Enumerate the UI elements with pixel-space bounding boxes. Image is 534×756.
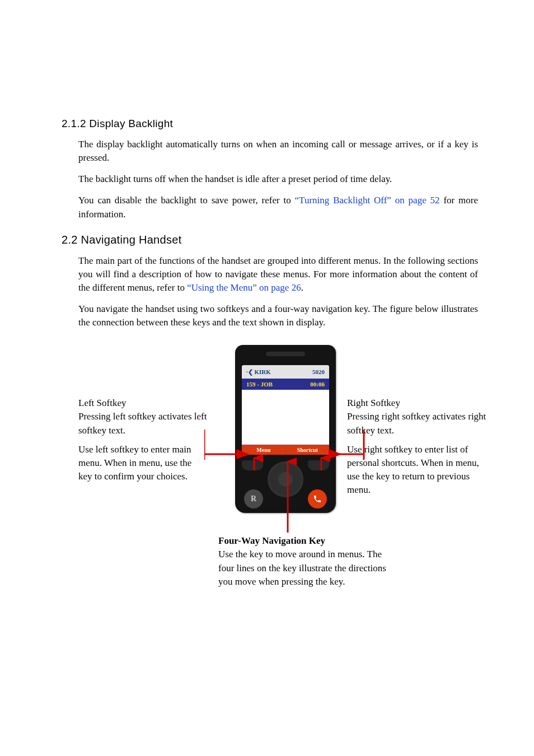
four-way-nav-key	[268, 461, 303, 497]
earpiece	[266, 352, 305, 356]
nav-key-caption: Four-Way Navigation Key Use the key to m…	[218, 534, 392, 589]
phone-icon	[313, 494, 322, 503]
caption-text: Pressing right softkey activates right s…	[347, 410, 487, 437]
caption-title: Right Softkey	[347, 396, 487, 410]
phone-title-right: 00:06	[310, 381, 325, 388]
para: You navigate the handset using two softk…	[78, 302, 478, 329]
para: The backlight turns off when the handset…	[78, 172, 478, 186]
caption-text: Pressing left softkey activates left sof…	[78, 410, 207, 437]
right-softkey-caption: Right Softkey Pressing right softkey act…	[347, 396, 487, 497]
section-body-213: The display backlight automatically turn…	[62, 138, 478, 221]
phone-illustration: ·❮ KIRK 5020 159 - JOB 00:06 Menu Shortc…	[235, 345, 336, 513]
left-softkey-button	[242, 460, 263, 470]
caption-title: Left Softkey	[78, 396, 207, 410]
phone-keys: R	[241, 459, 330, 508]
phone-brand: ·❮ KIRK	[246, 368, 271, 376]
heading-navigating-handset: 2.2 Navigating Handset	[62, 234, 478, 246]
text: You can disable the backlight to save po…	[78, 195, 295, 206]
section-body-22: The main part of the functions of the ha…	[62, 254, 478, 637]
caption-text: Use right softkey to enter list of perso…	[347, 443, 487, 497]
para: The display backlight automatically turn…	[78, 138, 478, 165]
phone-title-left: 159 - JOB	[246, 381, 273, 388]
phone-softkey-left: Menu	[242, 445, 286, 455]
phone-statusbar: ·❮ KIRK 5020	[242, 365, 329, 379]
phone-softkey-bar: Menu Shortcut	[242, 445, 329, 455]
caption-title: Four-Way Navigation Key	[218, 534, 392, 548]
phone-softkey-right: Shortcut	[286, 445, 330, 455]
right-softkey-button	[308, 460, 329, 470]
para: You can disable the backlight to save po…	[78, 194, 478, 221]
link-using-menu[interactable]: “Using the Menu” on page 26	[187, 282, 301, 293]
phone-model: 5020	[312, 368, 325, 375]
caption-text: Use left softkey to enter main menu. Whe…	[78, 443, 207, 483]
link-backlight-off[interactable]: “Turning Backlight Off” on page 52	[295, 195, 440, 206]
para: The main part of the functions of the ha…	[78, 254, 478, 295]
text: .	[301, 282, 303, 293]
caption-text: Use the key to move around in menus. The…	[218, 548, 392, 588]
phone-titlebar: 159 - JOB 00:06	[242, 379, 329, 390]
page: 2.1.2 Display Backlight The display back…	[0, 0, 534, 756]
figure: Left Softkey Pressing left softkey activ…	[78, 345, 478, 636]
phone-screen: ·❮ KIRK 5020 159 - JOB 00:06 Menu Shortc…	[242, 365, 329, 455]
r-button: R	[244, 489, 263, 508]
left-softkey-caption: Left Softkey Pressing left softkey activ…	[78, 396, 207, 483]
call-button	[308, 489, 327, 508]
heading-display-backlight: 2.1.2 Display Backlight	[62, 118, 478, 130]
